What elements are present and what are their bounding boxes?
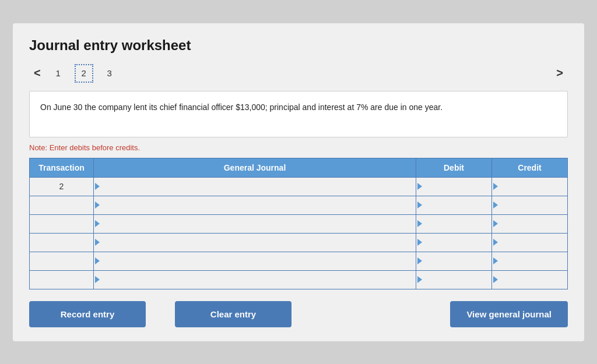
debit-cell[interactable] [416,270,492,289]
credit-input[interactable] [494,178,565,196]
credit-input[interactable] [494,215,565,233]
col-credit: Credit [492,158,568,177]
triangle-icon [95,220,100,227]
triangle-icon [417,276,422,283]
triangle-icon [417,202,422,208]
page-2[interactable]: 2 [75,64,93,83]
next-arrow[interactable]: > [552,65,568,81]
table-row: 2 [30,177,568,196]
description-box: On June 30 the company lent its chief fi… [29,91,568,137]
triangle-icon [493,183,498,190]
debit-cell[interactable] [416,214,492,233]
triangle-icon [417,220,422,227]
table-row [30,270,568,289]
triangle-icon [493,276,498,283]
credit-cell[interactable] [492,177,568,196]
transaction-cell: 2 [30,177,94,196]
credit-input[interactable] [494,252,565,270]
transaction-cell [30,214,94,233]
debit-input[interactable] [419,178,489,196]
journal-cell[interactable] [94,214,416,233]
triangle-icon [95,239,100,246]
debit-cell[interactable] [416,252,492,270]
debit-input[interactable] [419,234,489,252]
triangle-icon [95,202,100,208]
triangle-icon [493,202,498,208]
credit-input[interactable] [494,196,565,214]
debit-cell[interactable] [416,233,492,252]
clear-entry-button[interactable]: Clear entry [175,301,292,327]
pagination: < 1 2 3 > [29,64,568,83]
journal-input[interactable] [96,215,413,233]
journal-input[interactable] [96,252,413,270]
col-debit: Debit [416,158,492,177]
debit-input[interactable] [419,196,489,214]
table-row [30,196,568,214]
triangle-icon [493,239,498,246]
page-1[interactable]: 1 [49,64,68,83]
transaction-cell [30,252,94,270]
journal-input[interactable] [96,196,413,214]
triangle-icon [417,183,422,190]
description-text: On June 30 the company lent its chief fi… [40,103,443,112]
triangle-icon [95,276,100,283]
page-3[interactable]: 3 [100,64,119,83]
journal-input[interactable] [96,178,413,196]
journal-cell[interactable] [94,252,416,270]
col-general-journal: General Journal [94,158,416,177]
table-row [30,252,568,270]
triangle-icon [417,257,422,264]
buttons-row: Record entry Clear entry View general jo… [29,301,568,327]
table-row [30,214,568,233]
transaction-cell [30,196,94,214]
credit-cell[interactable] [492,233,568,252]
credit-input[interactable] [494,271,565,289]
debit-input[interactable] [419,271,489,289]
page-title: Journal entry worksheet [29,37,568,54]
journal-cell[interactable] [94,270,416,289]
journal-cell[interactable] [94,233,416,252]
credit-cell[interactable] [492,214,568,233]
transaction-cell [30,233,94,252]
credit-cell[interactable] [492,252,568,270]
debit-cell[interactable] [416,177,492,196]
view-general-journal-button[interactable]: View general journal [450,301,568,327]
triangle-icon [95,183,100,190]
transaction-cell [30,270,94,289]
journal-input[interactable] [96,271,413,289]
credit-cell[interactable] [492,196,568,214]
triangle-icon [493,257,498,264]
triangle-icon [493,220,498,227]
prev-arrow[interactable]: < [29,65,45,81]
record-entry-button[interactable]: Record entry [29,301,146,327]
debit-cell[interactable] [416,196,492,214]
debit-input[interactable] [419,252,489,270]
journal-table: Transaction General Journal Debit Credit… [29,158,568,289]
table-row [30,233,568,252]
journal-cell[interactable] [94,196,416,214]
journal-cell[interactable] [94,177,416,196]
credit-cell[interactable] [492,270,568,289]
journal-input[interactable] [96,234,413,252]
triangle-icon [417,239,422,246]
main-container: Journal entry worksheet < 1 2 3 > On Jun… [13,23,584,341]
triangle-icon [95,257,100,264]
col-transaction: Transaction [30,158,94,177]
note-text: Note: Enter debits before credits. [29,143,568,152]
credit-input[interactable] [494,234,565,252]
debit-input[interactable] [419,215,489,233]
